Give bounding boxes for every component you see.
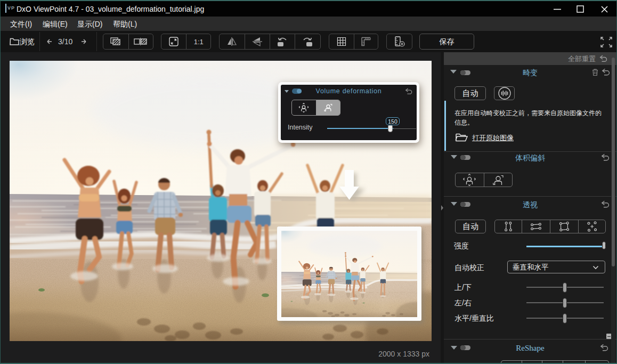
svg-text:浏览: 浏览 [19, 37, 35, 46]
svg-text:3/10: 3/10 [58, 37, 72, 46]
